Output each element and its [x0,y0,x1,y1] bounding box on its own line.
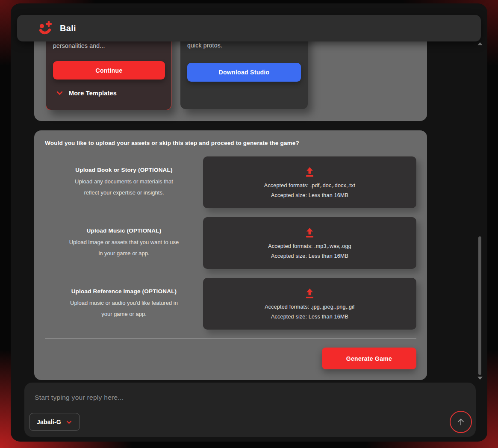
more-templates-toggle[interactable]: More Templates [56,89,117,97]
upload-row-music: Upload Music (OPTIONAL) Upload image or … [45,217,416,269]
more-templates-label: More Templates [69,90,117,97]
window-frame: personalities and... Continue More Templ… [0,0,498,448]
upload-music-size: Accepted size: Less than 16MB [271,253,348,259]
upload-image-description-line2: your game or app. [101,309,147,320]
bali-logo-icon [38,21,55,35]
upload-row-book: Upload Book or Story (OPTIONAL) Upload a… [45,156,416,208]
upload-image-label: Upload Reference Image (OPTIONAL) Upload… [45,278,203,330]
download-studio-button[interactable]: Download Studio [187,63,301,82]
upload-image-description-line1: Upload music or audio you'd like feature… [70,298,178,309]
scrollbar-down-arrow[interactable] [477,377,483,380]
studio-card-text: quick protos. [187,42,222,49]
upload-music-description-line2: in your game or app. [98,248,149,259]
app-header: Bali [17,15,481,41]
upload-book-size: Accepted size: Less than 16MB [271,192,348,198]
upload-arrow-icon [304,167,315,177]
chevron-down-icon [56,89,63,97]
upload-music-formats: Accepted formats: .mp3,.wav,.ogg [268,243,351,249]
upload-row-image: Upload Reference Image (OPTIONAL) Upload… [45,278,416,330]
upload-book-description-line2: reflect your expertise or insights. [84,187,164,198]
generate-game-button[interactable]: Generate Game [322,348,416,369]
app-background: personalities and... Continue More Templ… [11,3,487,442]
upload-music-dropzone[interactable]: Accepted formats: .mp3,.wav,.ogg Accepte… [203,217,416,269]
upload-question: Would you like to upload your assets or … [45,140,421,146]
upload-arrow-icon [304,288,315,299]
upload-image-title: Upload Reference Image (OPTIONAL) [71,288,177,295]
model-selector-label: Jabali-G [37,419,61,425]
upload-panel: Would you like to upload your assets or … [34,130,427,380]
template-card-text: personalities and... [53,42,105,49]
model-selector[interactable]: Jabali-G [29,413,80,431]
scrollbar-thumb[interactable] [478,236,481,375]
app-title: Bali [60,24,76,33]
upload-book-formats: Accepted formats: .pdf,.doc,.docx,.txt [264,183,355,189]
reply-input[interactable] [35,391,385,404]
upload-panel-divider [45,338,416,339]
upload-music-label: Upload Music (OPTIONAL) Upload image or … [45,217,203,269]
upload-arrow-icon [304,227,315,238]
upload-image-dropzone[interactable]: Accepted formats: .jpg,.jpeg,.png,.gif A… [203,278,416,330]
upload-book-dropzone[interactable]: Accepted formats: .pdf,.doc,.docx,.txt A… [203,156,416,208]
upload-music-description-line1: Upload image or assets that you want to … [69,237,179,248]
scrollbar-up-arrow[interactable] [477,42,483,45]
chevron-down-icon [66,419,72,425]
chat-dock: Jabali-G [24,383,476,437]
upload-book-title: Upload Book or Story (OPTIONAL) [75,167,172,173]
upload-image-formats: Accepted formats: .jpg,.jpeg,.png,.gif [265,304,355,310]
arrow-up-icon [456,417,466,427]
upload-book-label: Upload Book or Story (OPTIONAL) Upload a… [45,156,203,208]
upload-book-description-line1: Upload any documents or materials that [75,176,173,187]
send-button[interactable] [450,411,472,433]
continue-button[interactable]: Continue [53,61,165,80]
upload-image-size: Accepted size: Less than 16MB [271,314,348,320]
upload-music-title: Upload Music (OPTIONAL) [87,227,162,234]
